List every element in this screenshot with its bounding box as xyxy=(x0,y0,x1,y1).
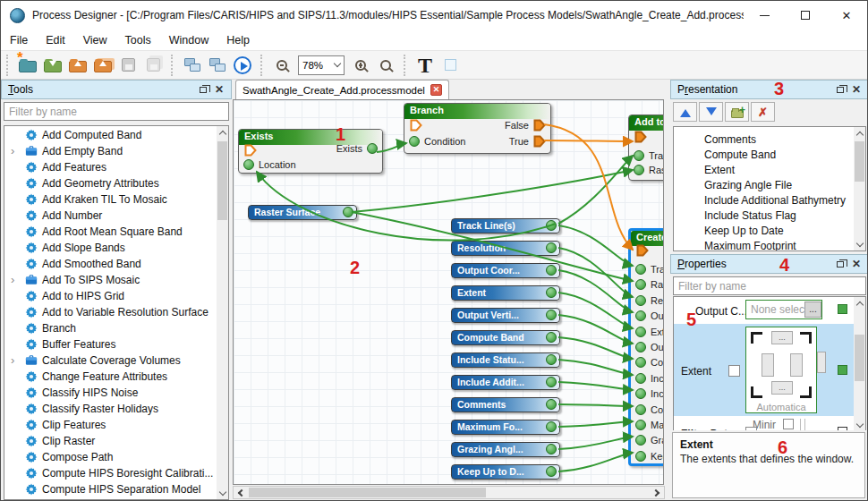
input-port[interactable] xyxy=(635,295,646,306)
zoom-out-button[interactable] xyxy=(269,53,294,78)
extent-widget[interactable]: ... ... Automatica xyxy=(745,327,817,413)
float-panel-button[interactable] xyxy=(195,82,211,97)
input-node[interactable]: Resolution xyxy=(451,241,560,256)
maximize-button[interactable] xyxy=(785,1,826,30)
tool-item[interactable]: › Add To SIPS Mosaic xyxy=(4,272,217,288)
tool-item[interactable]: › Buffer Features xyxy=(4,336,217,352)
tool-item[interactable]: › Add Features xyxy=(4,159,217,175)
output-port[interactable] xyxy=(546,377,557,387)
tab-close-icon[interactable]: ✕ xyxy=(430,84,442,96)
scroll-up-icon[interactable] xyxy=(854,127,865,140)
extent-right-button[interactable] xyxy=(790,353,803,377)
float-panel-button[interactable] xyxy=(832,257,848,271)
flow-port[interactable] xyxy=(636,244,649,257)
new-model-button[interactable]: * xyxy=(15,53,40,78)
presentation-item[interactable]: Compute Band xyxy=(674,148,854,163)
menu-item[interactable]: Edit xyxy=(37,31,74,49)
input-port[interactable] xyxy=(635,342,646,352)
input-port[interactable] xyxy=(635,327,646,337)
tool-item[interactable]: › Branch xyxy=(4,320,217,336)
output-port[interactable] xyxy=(546,444,557,454)
tool-item[interactable]: › Add Smoothed Band xyxy=(4,256,217,272)
scrollbar-thumb[interactable] xyxy=(217,141,227,220)
output-port[interactable] xyxy=(367,143,378,154)
presentation-item[interactable]: Keep Up to Date xyxy=(674,224,854,239)
extent-side-nub[interactable] xyxy=(817,352,826,373)
input-port[interactable] xyxy=(635,451,646,462)
minimum-checkbox[interactable] xyxy=(783,419,794,429)
tool-item[interactable]: › Add Kraken TIL To Mosaic xyxy=(4,191,217,208)
output-port[interactable] xyxy=(343,207,353,217)
tools-scrollbar[interactable] xyxy=(217,126,228,499)
tool-item[interactable]: › Calculate Coverage Volumes xyxy=(4,352,217,369)
filter-data-checkbox[interactable] xyxy=(745,427,757,430)
tool-item[interactable]: › Add to Variable Resolution Surface xyxy=(4,304,217,320)
presentation-item[interactable]: Grazing Angle File xyxy=(674,178,854,193)
input-port[interactable] xyxy=(635,435,646,446)
tool-item[interactable]: › Change Feature Attributes xyxy=(4,369,217,385)
delete-button[interactable]: ✗ xyxy=(751,102,775,122)
output-port[interactable] xyxy=(546,466,557,477)
tool-item[interactable]: › Add Number xyxy=(4,208,217,224)
output-port[interactable] xyxy=(546,310,557,320)
tool-item[interactable]: › Classify Raster Holidays xyxy=(4,401,217,417)
close-button[interactable]: ✕ xyxy=(826,1,867,30)
menu-item[interactable]: Help xyxy=(217,31,259,49)
output-port[interactable] xyxy=(546,287,557,298)
extent-checkbox[interactable] xyxy=(728,365,740,377)
menu-item[interactable]: File xyxy=(1,31,37,49)
tool-item[interactable]: › Compute HIPS Separation Model xyxy=(4,481,217,497)
properties-scrollbar[interactable] xyxy=(854,297,865,430)
flow-port[interactable] xyxy=(634,131,647,143)
output-port[interactable] xyxy=(546,242,557,253)
input-node[interactable]: Grazing Angl... xyxy=(451,442,560,457)
menu-item[interactable]: Window xyxy=(160,31,217,49)
input-port[interactable] xyxy=(409,136,420,147)
output-port[interactable] xyxy=(546,354,557,365)
tool-item[interactable]: › Clip Raster xyxy=(4,433,217,449)
process-node[interactable]: ExistsExistsLocation xyxy=(238,129,383,174)
menu-item[interactable]: View xyxy=(74,31,116,49)
add-group-button[interactable]: + xyxy=(725,102,749,122)
input-port[interactable] xyxy=(635,420,646,430)
input-node[interactable]: Keep Up to D... xyxy=(451,464,560,480)
expander-icon[interactable]: › xyxy=(11,352,14,369)
output-port[interactable] xyxy=(546,421,557,432)
process-node[interactable]: BranchFalseConditionTrue xyxy=(404,103,551,154)
flow-out-port[interactable]: True xyxy=(505,135,546,148)
menu-item[interactable]: Tools xyxy=(116,31,160,49)
save-all-button[interactable] xyxy=(140,53,166,78)
presentation-scrollbar[interactable] xyxy=(854,127,865,250)
presentation-item[interactable]: Include Status Flag xyxy=(674,208,854,224)
input-port[interactable] xyxy=(635,373,646,384)
scrollbar-thumb[interactable] xyxy=(855,335,864,381)
input-node[interactable]: Output Verti... xyxy=(451,308,560,323)
tool-item[interactable]: › Compute SIPS Towfish Navigation xyxy=(4,497,217,499)
send-backward-button[interactable] xyxy=(205,53,230,78)
close-panel-button[interactable]: ✕ xyxy=(848,257,864,271)
tool-item[interactable]: › Add to HIPS Grid xyxy=(4,288,217,304)
document-tab[interactable]: SwathAngle_Create_Add.processmodel ✕ xyxy=(235,80,449,99)
output-port[interactable] xyxy=(546,399,557,410)
input-port[interactable] xyxy=(635,279,646,290)
extent-bottom-button[interactable]: ... xyxy=(771,381,793,395)
minimize-button[interactable] xyxy=(744,1,785,30)
zoom-fit-button[interactable] xyxy=(373,53,398,78)
open-model-button[interactable] xyxy=(40,53,65,78)
tool-item[interactable]: › Classify HIPS Noise xyxy=(4,385,217,401)
tools-filter-input[interactable] xyxy=(4,102,229,121)
input-node[interactable]: Extent xyxy=(451,285,560,301)
output-port[interactable] xyxy=(546,332,557,343)
input-node[interactable]: Include Addit... xyxy=(451,375,560,390)
scrollbar-thumb[interactable] xyxy=(249,488,486,497)
scroll-up-icon[interactable] xyxy=(217,126,228,139)
input-port[interactable] xyxy=(634,150,644,161)
process-node[interactable]: Add to HTrack Line(s)Raster Surface xyxy=(628,115,664,181)
scroll-down-icon[interactable] xyxy=(217,487,228,499)
input-port[interactable] xyxy=(634,165,644,175)
tool-item[interactable]: › Add Geometry Attributes xyxy=(4,175,217,191)
input-node[interactable]: Track Line(s) xyxy=(451,218,560,234)
save-button[interactable] xyxy=(115,53,140,78)
extent-left-button[interactable] xyxy=(762,353,774,377)
input-node[interactable]: Include Statu... xyxy=(451,352,560,368)
